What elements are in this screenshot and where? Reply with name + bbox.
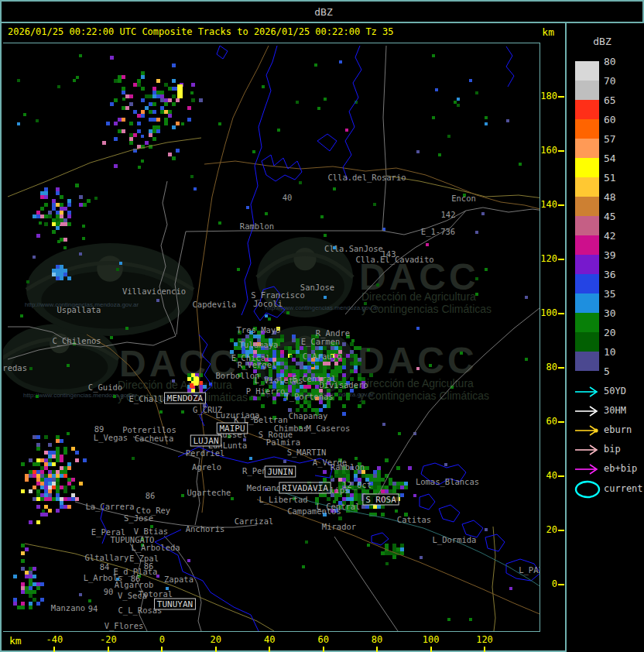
place-label: aredas (3, 363, 27, 372)
colorbar-swatch (575, 177, 599, 197)
echo-pixel (56, 269, 60, 273)
echo-pixel (71, 478, 75, 482)
echo-pixel (373, 489, 377, 493)
echo-pixel (311, 364, 314, 367)
echo-pixel (48, 493, 52, 497)
echo-pixel (36, 395, 39, 398)
echo-pixel (36, 234, 40, 238)
echo-pixel (63, 486, 67, 489)
echo-pixel (129, 94, 133, 98)
echo-pixel (365, 466, 369, 470)
echo-pixel (42, 510, 45, 513)
echo-pixel (351, 339, 355, 342)
echo-pixel (137, 114, 141, 118)
bottom-axis-tick (269, 647, 270, 652)
place-label: Campamentos (287, 506, 341, 516)
echo-pixel (113, 395, 116, 398)
echo-pixel (122, 106, 125, 110)
place-label: P_Hierro (246, 386, 286, 396)
echo-pixel (346, 474, 350, 478)
echo-pixel (159, 410, 163, 414)
colorbar-value-label: 35 (604, 288, 616, 300)
place-label: Catitas (397, 515, 431, 524)
echo-pixel (33, 435, 36, 439)
echo-pixel (261, 404, 265, 408)
echo-pixel (75, 458, 79, 462)
echo-pixel (272, 354, 276, 358)
echo-pixel (315, 365, 319, 369)
echo-pixel (44, 435, 48, 439)
echo-pixel (338, 516, 342, 520)
echo-pixel (289, 355, 293, 358)
echo-pixel (187, 106, 191, 110)
echo-pixel (400, 482, 404, 486)
place-label: Ramblon (240, 221, 274, 231)
echo-pixel (333, 187, 336, 190)
echo-pixel (396, 482, 400, 486)
echo-pixel (36, 505, 40, 509)
road-line (382, 46, 386, 231)
echo-pixel (118, 118, 122, 122)
echo-pixel (296, 101, 299, 104)
echo-pixel (48, 211, 52, 214)
echo-pixel (40, 214, 44, 218)
echo-pixel (149, 129, 152, 133)
place-label: Lomas_Blancas (416, 477, 479, 487)
echo-pixel (385, 544, 389, 547)
echo-pixel (56, 191, 60, 195)
bottom-axis-tick (376, 647, 378, 652)
echo-pixel (25, 590, 29, 594)
place-label: C_Chilenos (52, 336, 101, 346)
echo-pixel (44, 513, 48, 516)
echo-pixel (323, 365, 327, 369)
echo-pixel (25, 586, 29, 590)
echo-pixel (280, 354, 284, 358)
echo-pixel (57, 240, 60, 243)
echo-pixel (324, 98, 327, 101)
echo-pixel (350, 354, 354, 358)
echo-pixel (52, 207, 56, 211)
road-line (204, 161, 540, 210)
echo-pixel (296, 346, 300, 350)
echo-pixel (29, 367, 33, 370)
place-label: La_Carrera (85, 502, 134, 512)
echo-pixel (26, 280, 29, 283)
echo-pixel (400, 544, 404, 547)
echo-pixel (342, 412, 346, 416)
colorbar-swatch (575, 293, 599, 313)
echo-pixel (40, 195, 44, 199)
radar-map-svg[interactable]: DACCDirección de Agriculturay Contingenc… (3, 43, 540, 631)
echo-pixel (320, 215, 324, 218)
echo-pixel (44, 187, 48, 191)
echo-pixel (129, 137, 133, 141)
echo-pixel (296, 342, 300, 346)
right-axis-tick (558, 313, 564, 314)
echo-pixel (141, 98, 145, 102)
road-line (8, 138, 201, 197)
echo-pixel (40, 486, 44, 489)
right-axis-tick (558, 204, 564, 206)
echo-pixel (122, 87, 125, 91)
echo-pixel (67, 432, 70, 435)
echo-pixel (29, 575, 33, 578)
echo-pixel (339, 60, 342, 63)
colorbar-value-label: 48 (604, 191, 616, 203)
echo-pixel (60, 439, 63, 443)
colorbar-value-label: 10 (604, 346, 616, 358)
echo-pixel (272, 350, 276, 354)
right-axis-tick (558, 96, 564, 98)
echo-pixel (56, 435, 60, 439)
place-label: Cacheuta (135, 434, 174, 443)
echo-pixel (323, 478, 327, 482)
echo-pixel (334, 346, 338, 350)
echo-pixel (373, 203, 376, 206)
echo-pixel (44, 191, 48, 195)
echo-pixel (172, 125, 176, 129)
echo-pixel (21, 551, 25, 555)
echo-pixel (194, 376, 198, 386)
echo-pixel (338, 346, 342, 350)
radar-map-canvas[interactable]: DACCDirección de Agriculturay Contingenc… (3, 43, 540, 632)
echo-pixel (36, 119, 39, 122)
echo-pixel (133, 133, 137, 137)
colorbar-swatch (575, 216, 599, 235)
